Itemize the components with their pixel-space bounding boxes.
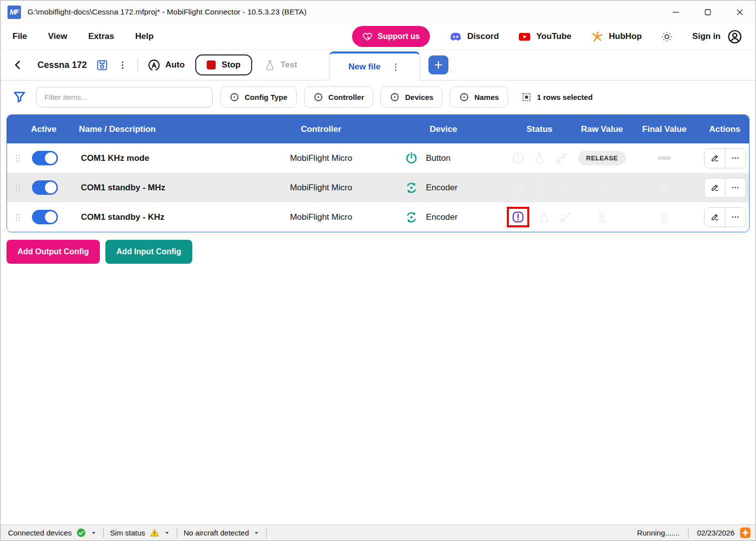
table-row: COM1 standby - MHzMobiFlight MicroEncode… [7,173,749,202]
menu-extras[interactable]: Extras [88,31,114,41]
active-toggle[interactable] [32,180,58,195]
actions-cell [701,148,749,168]
config-name: COM1 standby - KHz [69,212,259,222]
pill-label: Devices [405,93,433,101]
sim-status-dropdown[interactable]: Sim status [108,528,173,538]
tab-menu-icon[interactable] [390,62,401,72]
menu-items: File View Extras Help [12,31,154,41]
table-header: Active Name / Description Controller Dev… [7,115,749,143]
project-menu-icon[interactable] [117,60,128,70]
filter-pill-controller[interactable]: Controller [304,86,374,108]
menu-file[interactable]: File [12,31,27,41]
raw-value-cell [576,181,628,194]
caret-down-icon [253,530,260,536]
sign-in-button[interactable]: Sign in [692,29,743,44]
config-controller: MobiFlight Micro [259,183,383,193]
active-toggle[interactable] [32,210,58,224]
table-row: COM1 KHz modeMobiFlight MicroButtonRELEA… [7,143,749,173]
support-us-label: Support us [378,32,419,41]
back-button[interactable] [12,59,23,70]
main-content: Active Name / Description Controller Dev… [0,114,756,264]
pill-label: Config Type [245,93,288,101]
app-logo: MF [7,5,21,19]
edit-button[interactable] [705,149,725,168]
filter-pill-devices[interactable]: Devices [380,86,442,108]
auto-run-icon [147,58,161,72]
discord-icon [449,30,462,43]
edit-icon [710,153,720,163]
toolbar-divider [137,58,138,72]
test-label: Test [281,60,298,70]
header-actions: Actions [701,124,749,134]
filter-pill-names[interactable]: Names [450,86,508,108]
filter-input[interactable] [36,87,213,107]
more-button[interactable] [725,178,746,197]
add-tab-button[interactable] [428,55,448,74]
add-output-config-button[interactable]: Add Output Config [6,240,100,264]
rows-selected-indicator: 1 rows selected [521,92,593,102]
connected-devices-label: Connected devices [8,529,72,537]
connected-devices-dropdown[interactable]: Connected devices [5,528,99,538]
discord-link[interactable]: Discord [449,30,499,43]
title-bar: MF G:\mobiflight-docs\Cessna 172.mfproj*… [0,0,756,23]
toolbar: Cessna 172 Auto Stop Test New file [0,50,756,80]
status-flask-icon [537,210,551,224]
drag-handle[interactable] [7,212,29,223]
active-toggle[interactable] [32,151,58,165]
save-icon[interactable] [95,58,109,72]
auto-run-button[interactable]: Auto [147,58,185,72]
status-nolink-icon [554,151,568,165]
drag-handle[interactable] [7,153,29,164]
status-alert-icon [511,151,525,165]
menu-help[interactable]: Help [135,31,154,41]
stop-button[interactable]: Stop [195,54,252,75]
power-icon [404,151,418,165]
target-icon [313,92,324,102]
add-input-config-button[interactable]: Add Input Config [105,240,192,264]
edit-icon [710,212,720,222]
device-cell: Button [383,151,503,165]
hubhop-link[interactable]: HubHop [590,30,642,43]
edit-button[interactable] [705,208,725,227]
theme-toggle-button[interactable] [661,30,673,43]
heart-dollar-icon: $ [362,31,373,42]
aircraft-dropdown[interactable]: No aircraft detected [181,529,262,537]
user-avatar-icon [727,29,743,44]
final-pending-icon [658,181,671,194]
raw-value-badge: RELEASE [578,151,626,165]
project-name: Cessna 172 [37,60,87,70]
minimize-button[interactable] [660,0,692,23]
status-cell [503,151,576,165]
window-title: G:\mobiflight-docs\Cessna 172.mfproj* - … [27,7,307,16]
sim-status-label: Sim status [110,529,145,537]
test-button[interactable]: Test [264,59,298,71]
pill-label: Names [474,93,499,101]
support-us-button[interactable]: $ Support us [352,26,429,47]
drag-handle[interactable] [7,182,29,193]
youtube-link[interactable]: YouTube [518,30,571,43]
table-row: COM1 standby - KHzMobiFlight MicroEncode… [7,202,749,232]
close-button[interactable] [724,0,756,23]
more-button[interactable] [725,208,746,227]
config-name: COM1 KHz mode [69,153,259,163]
edit-button[interactable] [705,178,725,197]
final-value-dash [658,156,671,160]
tab-new-file[interactable]: New file [329,51,420,80]
statusbar-right: Running....... 02/23/2026 [637,527,752,539]
actions-cell [701,207,749,227]
status-alert-icon [511,181,525,194]
status-cell [503,181,576,194]
menu-view[interactable]: View [48,31,67,41]
maximize-button[interactable] [692,0,724,23]
edit-icon [710,183,720,192]
aircraft-label: No aircraft detected [184,529,249,537]
more-button[interactable] [725,149,746,168]
youtube-icon [518,30,531,43]
hubhop-label: HubHop [609,31,642,41]
minimize-icon [671,7,681,17]
sign-in-label: Sign in [692,31,721,41]
filter-pill-config-type[interactable]: Config Type [220,86,297,108]
target-icon [459,92,469,102]
running-status: Running....... [637,529,680,537]
config-table-body: COM1 KHz modeMobiFlight MicroButtonRELEA… [7,143,749,232]
